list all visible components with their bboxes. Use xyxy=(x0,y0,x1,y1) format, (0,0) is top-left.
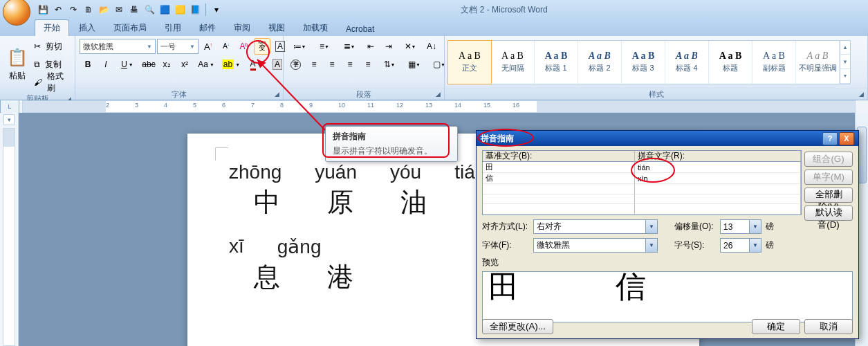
grid-base-cell[interactable]: 信 xyxy=(483,173,635,184)
dialog-close-button[interactable]: X xyxy=(839,132,854,145)
distribute-button[interactable]: ≡ xyxy=(360,56,376,73)
gallery-more[interactable]: ▾ xyxy=(840,69,850,84)
change-all-button[interactable]: 全部更改(A)... xyxy=(482,319,553,334)
justify-button[interactable]: ≡ xyxy=(342,56,358,73)
ok-button[interactable]: 确定 xyxy=(752,319,800,334)
shading-button[interactable]: ▦▼ xyxy=(403,56,426,73)
change-case-button[interactable]: Aa▼ xyxy=(194,56,218,73)
multilevel-button[interactable]: ≣▼ xyxy=(338,38,361,55)
grid-ruby-cell[interactable]: xìn xyxy=(635,173,801,184)
cut-button[interactable]: ✂ 剪切 xyxy=(33,38,71,55)
styles-dialog-launcher[interactable]: ◢ xyxy=(856,89,866,99)
offset-spinner[interactable]: 13▼ xyxy=(720,219,761,234)
grow-font-icon: A↑ xyxy=(204,42,212,52)
font-name-combo[interactable]: 微软雅黑▼ xyxy=(80,39,156,54)
clear-format-button[interactable]: Aᵇ xyxy=(236,38,252,55)
grid-ruby-cell[interactable] xyxy=(635,194,801,205)
ruler-toggle[interactable]: ▾ xyxy=(3,114,15,125)
font-dialog-launcher[interactable]: ◢ xyxy=(272,89,281,99)
style-item[interactable]: A a B不明显强调 xyxy=(796,41,840,84)
qat-preview[interactable]: 🔍 xyxy=(142,3,156,17)
line-spacing-button[interactable]: ⇅▼ xyxy=(378,56,401,73)
italic-button[interactable]: I xyxy=(98,56,114,73)
superscript-button[interactable]: x² xyxy=(176,56,193,73)
group-button[interactable]: 组合(G) xyxy=(804,152,853,167)
qat-mail[interactable]: ✉ xyxy=(112,3,126,17)
qat-redo[interactable]: ↷ xyxy=(66,3,80,17)
underline-button[interactable]: U▼ xyxy=(116,56,139,73)
grid-base-cell[interactable] xyxy=(483,204,635,215)
qat-customize[interactable]: ▾ xyxy=(210,3,223,17)
qat-region2[interactable]: 🟨 xyxy=(173,3,187,17)
qat-print[interactable]: 🖶 xyxy=(127,3,141,17)
clear-all-button[interactable]: 全部删除(V) xyxy=(804,188,853,203)
qat-save[interactable]: 💾 xyxy=(36,3,50,17)
tab-review[interactable]: 审阅 xyxy=(225,20,259,36)
align-left-button[interactable]: ≡ xyxy=(288,56,304,73)
decrease-indent-button[interactable]: ⇤ xyxy=(362,38,379,55)
sort-button[interactable]: A↓ xyxy=(423,38,440,55)
tab-acrobat[interactable]: Acrobat xyxy=(338,22,382,36)
style-item[interactable]: A a B标题 3 xyxy=(622,41,665,84)
qat-region1[interactable]: 🟦 xyxy=(158,3,172,17)
single-button[interactable]: 单字(M) xyxy=(804,170,853,185)
paste-button[interactable]: 📋 粘贴 xyxy=(4,40,30,89)
style-item[interactable]: A a B无间隔 xyxy=(491,41,535,84)
asian-layout-button[interactable]: ✕▼ xyxy=(398,38,422,55)
bold-button[interactable]: B xyxy=(80,56,96,73)
tab-view[interactable]: 视图 xyxy=(260,20,293,36)
font-size-combo[interactable]: 一号▼ xyxy=(157,39,198,54)
cancel-button[interactable]: 取消 xyxy=(804,319,853,334)
style-item[interactable]: A a B标题 2 xyxy=(578,41,622,84)
format-painter-button[interactable]: 🖌 格式刷 xyxy=(33,74,71,91)
horizontal-ruler[interactable]: 2345678910111213141516 xyxy=(22,100,856,113)
grid-ruby-cell[interactable] xyxy=(635,204,801,215)
tab-mailings[interactable]: 邮件 xyxy=(191,20,224,36)
shrink-font-button[interactable]: A↓ xyxy=(218,38,234,55)
distribute-icon: ≡ xyxy=(365,60,370,69)
tab-addins[interactable]: 加载项 xyxy=(295,20,336,36)
align-center-button[interactable]: ≡ xyxy=(306,56,322,73)
increase-indent-button[interactable]: ⇥ xyxy=(380,38,397,55)
phonetic-guide-button[interactable]: 变wén xyxy=(254,38,270,55)
qat-open[interactable]: 📂 xyxy=(97,3,111,17)
strikethrough-button[interactable]: abc xyxy=(140,56,157,73)
qat-book[interactable]: 📘 xyxy=(188,3,202,17)
fsize-combo[interactable]: 26▼ xyxy=(720,238,761,253)
font-color-button[interactable]: A▼ xyxy=(244,56,268,73)
gallery-down[interactable]: ▼ xyxy=(840,55,850,69)
gallery-up[interactable]: ▲ xyxy=(840,41,850,55)
grid-base-cell[interactable]: 田 xyxy=(483,162,635,173)
grid-ruby-cell[interactable] xyxy=(635,184,801,194)
default-reading-button[interactable]: 默认读音(D) xyxy=(804,206,853,221)
subscript-button[interactable]: x₂ xyxy=(158,56,175,73)
align-combo[interactable]: 右对齐▼ xyxy=(533,219,658,234)
paragraph-dialog-launcher[interactable]: ◢ xyxy=(433,89,443,99)
tab-home[interactable]: 开始 xyxy=(35,19,69,36)
grid-ruby-cell[interactable]: tián xyxy=(635,162,801,173)
styles-gallery[interactable]: A a B正文A a B无间隔A a B标题 1A a B标题 2A a B标题… xyxy=(447,40,851,84)
qat-new[interactable]: 🗎 xyxy=(82,3,95,17)
style-item[interactable]: A a B副标题 xyxy=(752,41,796,84)
gallery-scroll[interactable]: ▲▼▾ xyxy=(840,41,850,84)
dialog-titlebar[interactable]: 拼音指南 ? X xyxy=(477,131,858,146)
tab-layout[interactable]: 页面布局 xyxy=(105,20,155,36)
tab-insert[interactable]: 插入 xyxy=(71,20,104,36)
grid-base-cell[interactable] xyxy=(483,194,635,205)
dialog-help-button[interactable]: ? xyxy=(822,132,838,145)
tab-references[interactable]: 引用 xyxy=(156,20,190,36)
vertical-ruler[interactable] xyxy=(3,128,15,346)
qat-undo[interactable]: ↶ xyxy=(51,3,65,17)
style-item[interactable]: A a B正文 xyxy=(447,40,492,84)
style-item[interactable]: A a B标题 xyxy=(709,41,752,84)
numbering-button[interactable]: ≡▼ xyxy=(313,38,336,55)
bullets-button[interactable]: ≔▼ xyxy=(288,38,311,55)
style-item[interactable]: A a B标题 1 xyxy=(535,41,578,84)
grid-base-cell[interactable] xyxy=(483,184,635,194)
align-value: 右对齐 xyxy=(537,221,562,233)
font-combo[interactable]: 微软雅黑▼ xyxy=(533,238,658,253)
style-item[interactable]: A a B标题 4 xyxy=(665,41,709,84)
highlight-button[interactable]: ab▼ xyxy=(219,56,243,73)
grow-font-button[interactable]: A↑ xyxy=(200,38,216,55)
align-right-button[interactable]: ≡ xyxy=(324,56,340,73)
